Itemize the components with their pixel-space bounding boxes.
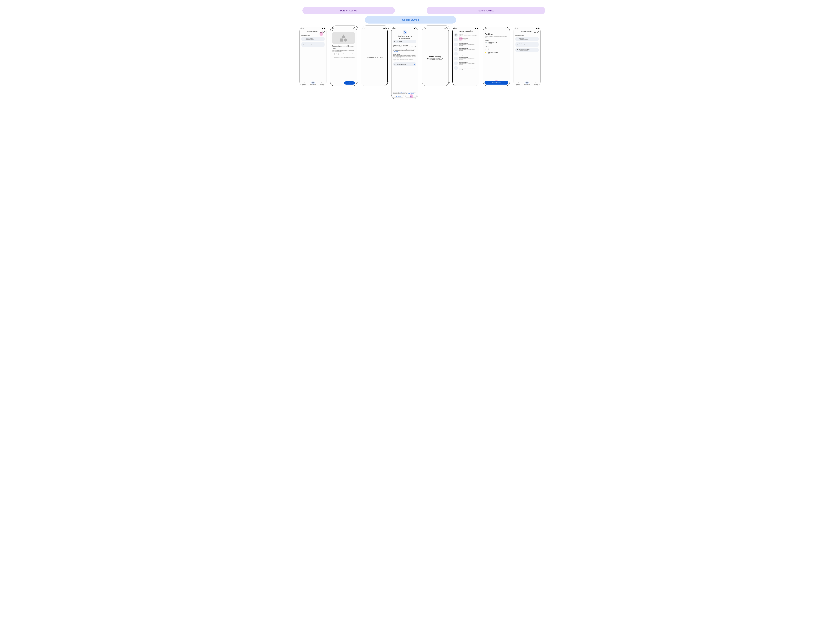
devices-icon: ▢ — [394, 64, 396, 65]
linked-heading: Linked devices — [393, 53, 416, 55]
linked-body-2: Manage device linking below or in Google… — [393, 59, 416, 61]
phone-cloud-to-cloud: 9:30 Cloud to Cloud Flow — [361, 27, 388, 86]
page-title: Automations — [301, 30, 319, 33]
section-label: My automations — [516, 35, 539, 36]
app-icon: ▢ — [332, 56, 333, 58]
account-icon[interactable] — [536, 31, 539, 33]
get-started-button[interactable]: Get started — [344, 82, 355, 85]
close-icon[interactable]: ✕ — [332, 30, 355, 32]
automation-description: At 9pm, the TV powers down, and bedroom … — [483, 36, 510, 38]
status-bar: 9:30 — [483, 27, 510, 30]
device-types-card[interactable]: ▢ 4 device types linked ⚙ — [393, 62, 416, 66]
connect-sub: Enjoy advanced automations and control o… — [332, 50, 355, 52]
partner-owned-tag-2: Partner Owned — [427, 7, 545, 14]
status-time: 9:30 — [332, 28, 334, 29]
moon-icon — [517, 38, 519, 40]
link-title: Link home to Acme — [391, 35, 418, 37]
phone-automations-list: 9:30 Automations My automations TV time … — [299, 27, 326, 86]
save-automation-button[interactable]: Save automation — [484, 81, 508, 85]
phone-bedtime-detail: 9:30 ← Bedtime At 9pm, the TV powers dow… — [483, 27, 510, 86]
learn-more-link[interactable]: Learn more — [393, 51, 398, 52]
status-time: 9:30 — [516, 28, 518, 29]
bottom-nav: Devices Automations Settings — [300, 81, 326, 86]
connect-title: Connect Acme and Google Home — [332, 45, 355, 49]
phone-matter-sharing: 9:30 Matter Sharing Commissioning API — [422, 27, 449, 86]
sparkle-icon: ✦ — [332, 53, 333, 55]
car-icon — [303, 44, 304, 45]
placeholder-illustration — [332, 32, 355, 44]
tv-icon: 🖵 — [485, 48, 486, 50]
tos-link[interactable]: Terms of Service — [406, 92, 412, 93]
discover-item-bedtime[interactable]: BedtimeAt 9pm, the TV powers down, bedro… — [453, 33, 479, 37]
placeholder-label: Cloud to Cloud Flow — [366, 56, 382, 59]
clock-icon: 🕘 — [485, 42, 486, 43]
discover-item[interactable]: Automation nameLorem ipsum dolor sit ame… — [453, 47, 479, 52]
status-time: 9:30 — [363, 28, 365, 29]
tv-icon — [303, 38, 304, 39]
partner-owned-tag-1: Partner Owned — [302, 7, 395, 14]
phone-link-home: 9:30 Link home to Acme alex.miller@gmail… — [391, 27, 418, 99]
google-owned-tag: Google Owned — [365, 16, 456, 24]
automation-card[interactable]: TV time lights1 starter • 2 actions — [516, 42, 539, 47]
ownership-tags: Partner Owned Partner Owned Google Owned — [292, 7, 548, 25]
moon-icon — [455, 34, 457, 36]
page-title: Automations — [516, 30, 533, 33]
status-bar: 9:30 — [514, 27, 540, 30]
home-selector[interactable]: SF Home — [393, 40, 416, 43]
back-icon[interactable]: ← — [485, 30, 486, 32]
discover-item[interactable]: Automation nameLorem ipsum dolor sit ame… — [453, 42, 479, 47]
templates-icon[interactable] — [534, 31, 536, 33]
section-label: My automations — [301, 35, 324, 36]
automation-title: Bedtime — [483, 33, 510, 36]
placeholder-label: Matter Sharing Commissioning API — [424, 55, 447, 60]
linked-body-1: Acme will automatically have access to a… — [393, 55, 416, 58]
discover-item[interactable]: Automation nameLorem ipsum dolor sit ame… — [453, 61, 479, 65]
no-thanks-button[interactable]: No thanks — [393, 95, 404, 98]
action-row[interactable]: 🖵 TVTurn off — [483, 48, 510, 51]
trust-body: When you grant Smart App access to your … — [393, 46, 416, 52]
privacy-policy-link[interactable]: Privacy Policy — [399, 92, 404, 93]
trust-heading: Make sure that you trust Acme — [393, 45, 416, 46]
nav-settings[interactable]: Settings — [317, 82, 326, 85]
automation-card[interactable]: Bedtime1 starter • 2 actions — [516, 37, 539, 41]
status-time: 9:30 — [454, 28, 456, 29]
bottom-nav: Devices Automations Settings — [514, 81, 540, 86]
gear-icon[interactable]: ⚙ — [413, 63, 415, 65]
status-bar: 9:30 — [300, 27, 326, 30]
tv-icon — [517, 44, 518, 45]
home-indicator — [462, 85, 469, 85]
status-time: 9:30 — [393, 28, 396, 29]
starters-label: Starters — [483, 38, 510, 41]
action-row[interactable]: 💡 Kids bedroom lightsDim — [483, 51, 510, 55]
status-time: 9:30 — [424, 28, 426, 29]
back-icon[interactable]: ← — [454, 30, 456, 32]
status-time: 9:30 — [301, 28, 304, 29]
starter-row[interactable]: 🕘 When the time is9:00 PM — [483, 41, 510, 45]
avatar-icon — [399, 38, 400, 39]
discover-item[interactable]: Automation nameLorem ipsum dolor sit ame… — [453, 52, 479, 56]
discover-item[interactable]: Automation nameLorem ipsum dolor sit ame… — [453, 37, 479, 42]
nav-automations[interactable]: Automations — [523, 82, 532, 85]
status-bar: 9:30 — [330, 27, 357, 30]
nav-devices[interactable]: Devices — [300, 82, 309, 85]
nav-devices[interactable]: Devices — [514, 82, 523, 85]
status-time: 9:30 — [485, 28, 487, 29]
automation-card[interactable]: TV time lights1 starter • 2 actions — [301, 37, 324, 41]
nav-settings[interactable]: Settings — [531, 82, 540, 85]
status-bar: 9:30 — [422, 27, 449, 30]
allow-button[interactable]: Allow — [405, 95, 417, 98]
feature-row: ▢Easily control devices with apps of you… — [332, 56, 355, 58]
nav-automations[interactable]: Automations — [309, 82, 317, 85]
status-bar: 9:30 — [453, 27, 479, 30]
discover-item[interactable]: Automation nameLorem ipsum dolor sit ame… — [453, 65, 479, 70]
automation-card[interactable]: Commuting to work1 starter • 3 actions — [301, 42, 324, 47]
page-title: Discover Automations — [456, 30, 476, 32]
car-icon — [517, 49, 518, 50]
fineprint: See Smart App Privacy Policy and Terms o… — [391, 92, 418, 94]
phone-discover-automations: 9:30 ← Discover Automations BedtimeAt 9p… — [452, 27, 479, 86]
google-account-link[interactable]: Google Account — [408, 93, 413, 94]
account-icon[interactable] — [323, 31, 324, 33]
automation-card[interactable]: Commuting to work1 starter • 3 actions — [516, 48, 539, 52]
discover-item[interactable]: Automation nameLorem ipsum dolor sit ame… — [453, 56, 479, 61]
templates-icon[interactable] — [320, 31, 322, 33]
